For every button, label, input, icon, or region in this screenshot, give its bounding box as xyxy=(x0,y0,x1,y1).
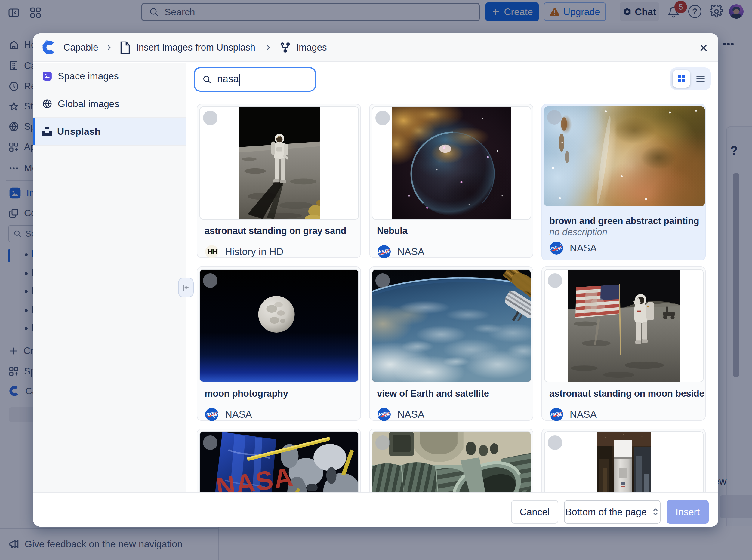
svg-text:NASA: NASA xyxy=(551,412,562,417)
svg-text:NASA: NASA xyxy=(379,412,390,417)
svg-text:NASA: NASA xyxy=(207,412,217,417)
svg-text:NASA: NASA xyxy=(379,249,390,254)
svg-text:NASA: NASA xyxy=(551,246,562,250)
